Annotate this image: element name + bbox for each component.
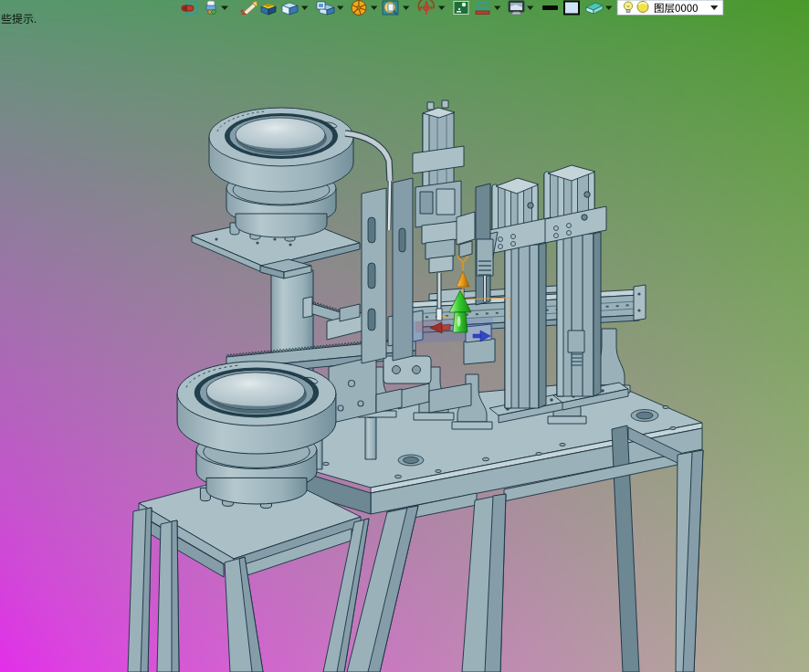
vibratory-bowl-feeder-upper[interactable] bbox=[209, 108, 353, 241]
y-axis-label[interactable] bbox=[458, 257, 468, 268]
open-box-button[interactable] bbox=[261, 4, 276, 15]
frame-tool-dropdown[interactable] bbox=[494, 6, 500, 10]
paste-special-button[interactable] bbox=[206, 1, 216, 15]
render-wheel-dropdown[interactable] bbox=[371, 6, 377, 10]
eraser-slab-button[interactable] bbox=[586, 3, 603, 14]
display-monitor-button[interactable] bbox=[509, 1, 524, 15]
toolbar bbox=[182, 0, 723, 16]
isometric-view-dropdown[interactable] bbox=[301, 6, 308, 10]
display-monitor-dropdown[interactable] bbox=[527, 6, 533, 10]
eraser-slab-dropdown[interactable] bbox=[605, 6, 612, 10]
layer-color-ball-icon[interactable] bbox=[637, 2, 648, 13]
zoom-document-dropdown[interactable] bbox=[403, 6, 409, 10]
color-swatch[interactable] bbox=[564, 2, 579, 15]
locate-target-dropdown[interactable] bbox=[438, 6, 445, 10]
snap-points-button[interactable] bbox=[454, 2, 468, 15]
cad-application-window bbox=[0, 0, 809, 672]
view-window-dropdown[interactable] bbox=[337, 6, 343, 10]
locate-target-button[interactable] bbox=[418, 0, 434, 15]
prompt-text-glyphs bbox=[1, 14, 36, 24]
line-width-sample[interactable] bbox=[542, 5, 558, 10]
vertical-press-tower[interactable] bbox=[413, 100, 464, 320]
paste-special-dropdown[interactable] bbox=[221, 6, 228, 11]
y-axis-arrow[interactable] bbox=[457, 271, 469, 287]
cad-model-assembly[interactable] bbox=[128, 100, 703, 672]
sketch-brush-button[interactable] bbox=[240, 1, 257, 15]
render-wheel-button[interactable] bbox=[352, 1, 366, 16]
view-window-button[interactable] bbox=[317, 2, 334, 15]
isometric-view-button[interactable] bbox=[282, 3, 298, 15]
zoom-document-button[interactable] bbox=[383, 1, 398, 15]
tower-side-block[interactable] bbox=[457, 212, 475, 257]
frame-tool-button[interactable] bbox=[476, 1, 489, 15]
layer-combo[interactable] bbox=[617, 0, 723, 16]
exit-sketch-button[interactable] bbox=[182, 2, 197, 14]
